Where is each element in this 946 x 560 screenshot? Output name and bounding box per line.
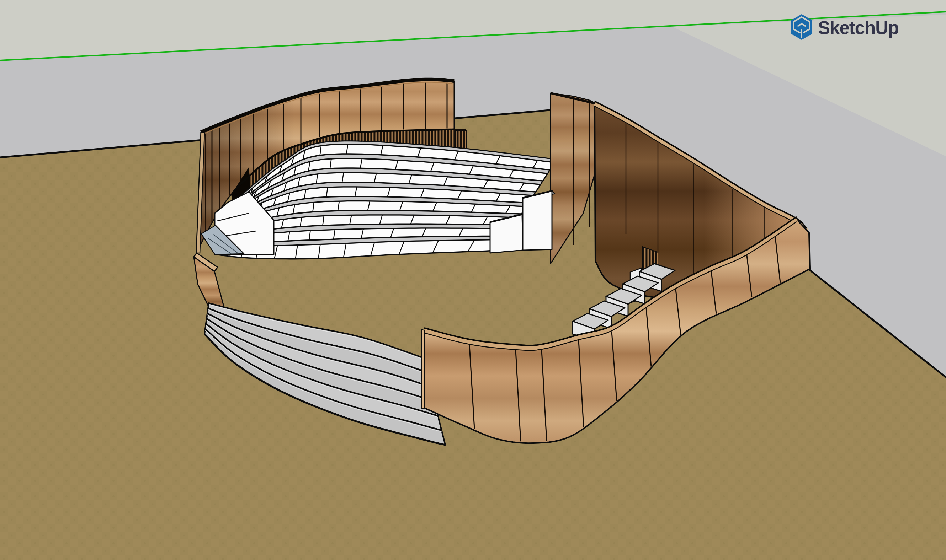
sketchup-viewport[interactable]: SketchUp [0, 0, 946, 560]
sketchup-watermark: SketchUp [791, 14, 899, 40]
sketchup-logo-text: SketchUp [818, 18, 899, 38]
model-canvas[interactable]: SketchUp [0, 0, 946, 560]
